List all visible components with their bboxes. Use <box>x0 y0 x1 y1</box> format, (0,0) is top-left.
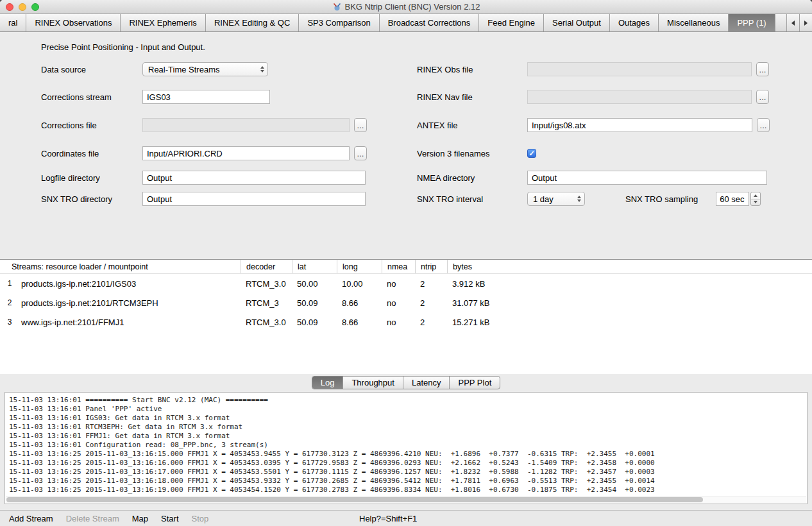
chevron-left-icon <box>791 21 795 26</box>
column-header-decoder: decoder <box>241 260 292 273</box>
antex-file-input[interactable] <box>527 118 752 132</box>
snx-tro-directory-label: SNX TRO directory <box>41 194 142 204</box>
column-header-main: Streams: resource loader / mountpoint <box>0 260 241 273</box>
titlebar: BKG Ntrip Client (BNC) Version 2.12 <box>0 0 812 14</box>
tab-feed-engine[interactable]: Feed Engine <box>479 14 544 31</box>
column-header-nmea: nmea <box>382 260 415 273</box>
snx-tro-interval-value: 1 day <box>533 194 554 204</box>
rinex-obs-browse-button[interactable]: ... <box>756 62 769 76</box>
streams-table: Streams: resource loader / mountpointdec… <box>0 259 812 374</box>
cell-mount: products.igs-ip.net:2101/IGS03 <box>19 279 241 289</box>
cell-decoder: RTCM_3.0 <box>241 279 292 289</box>
rinex-nav-browse-button[interactable]: ... <box>756 90 769 104</box>
coordinates-file-label: Coordinates file <box>41 149 142 158</box>
stop-button: Stop <box>192 514 209 523</box>
minimize-button[interactable] <box>19 3 26 11</box>
snx-tro-sampling-stepper[interactable]: 60 sec <box>716 192 761 206</box>
tab-outages[interactable]: Outages <box>610 14 659 31</box>
coordinates-file-input[interactable] <box>142 146 350 160</box>
cell-bytes: 15.271 kB <box>447 318 812 327</box>
antex-browse-button[interactable]: ... <box>757 118 770 132</box>
log-tab-log[interactable]: Log <box>312 377 343 389</box>
cell-num: 1 <box>0 279 19 288</box>
corrections-file-browse-button[interactable]: ... <box>354 118 367 132</box>
log-section: LogThroughputLatencyPPP Plot 15-11-03 13… <box>0 374 812 510</box>
snx-tro-interval-select[interactable]: 1 day <box>527 192 585 206</box>
cell-lat: 50.09 <box>292 318 337 327</box>
snx-tro-directory-input[interactable] <box>142 192 366 206</box>
tab-sp3-comparison[interactable]: SP3 Comparison <box>299 14 379 31</box>
cell-decoder: RTCM_3.0 <box>241 318 292 327</box>
corrections-file-label: Corrections file <box>41 121 142 130</box>
stepper-up-icon <box>754 194 757 197</box>
bottom-toolbar: Add StreamDelete StreamMapStartStop Help… <box>0 510 812 526</box>
column-header-lat: lat <box>292 260 337 273</box>
add-stream-button[interactable]: Add Stream <box>9 514 53 523</box>
tab-rinex-ephemeris[interactable]: RINEX Ephemeris <box>121 14 205 31</box>
logfile-directory-label: Logfile directory <box>41 173 142 183</box>
stepper-down-icon <box>754 201 757 203</box>
table-row[interactable]: 1products.igs-ip.net:2101/IGS03RTCM_3.05… <box>0 274 812 293</box>
table-row[interactable]: 3www.igs-ip.net:2101/FFMJ1RTCM_3.050.098… <box>0 312 812 332</box>
stepper-down-button[interactable] <box>751 199 760 206</box>
cell-nmea: no <box>382 298 415 308</box>
data-source-select[interactable]: Real-Time Streams <box>142 62 268 76</box>
help-shortcut-label: Help?=Shift+F1 <box>359 514 417 523</box>
cell-long: 10.00 <box>337 279 382 289</box>
bnc-window: BKG Ntrip Client (BNC) Version 2.12 ralR… <box>0 0 812 526</box>
app-icon <box>332 2 342 12</box>
rinex-obs-file-input <box>527 62 752 76</box>
column-header-long: long <box>337 260 382 273</box>
cell-ntrip: 2 <box>415 318 447 327</box>
version3-checkbox[interactable]: ✓ <box>527 149 536 158</box>
map-button[interactable]: Map <box>132 514 148 523</box>
log-output[interactable]: 15-11-03 13:16:01 ========== Start BNC v… <box>4 392 808 504</box>
log-tab-ppp-plot[interactable]: PPP Plot <box>449 377 500 389</box>
cell-long: 8.66 <box>337 318 382 327</box>
log-tab-latency[interactable]: Latency <box>403 377 450 389</box>
snx-tro-interval-label: SNX TRO interval <box>417 194 527 204</box>
nmea-directory-input[interactable] <box>527 171 767 185</box>
tab-broadcast-corrections[interactable]: Broadcast Corrections <box>380 14 480 31</box>
scrollbar-thumb[interactable] <box>6 497 703 502</box>
scroll-tabs-left-button[interactable] <box>786 14 799 31</box>
ppp-panel: Precise Point Positioning - Input and Ou… <box>0 32 812 259</box>
cell-nmea: no <box>382 279 415 289</box>
tab-rinex-observations[interactable]: RINEX Observations <box>26 14 121 31</box>
log-tab-group: LogThroughputLatencyPPP Plot <box>312 376 501 389</box>
cell-mount: products.igs-ip.net:2101/RTCM3EPH <box>19 298 241 308</box>
streams-table-header: Streams: resource loader / mountpointdec… <box>0 260 812 274</box>
stepper-up-button[interactable] <box>751 192 760 199</box>
cell-num: 3 <box>0 318 19 327</box>
cell-lat: 50.09 <box>292 298 337 308</box>
coordinates-file-browse-button[interactable]: ... <box>354 146 367 160</box>
cell-bytes: 31.077 kB <box>447 298 812 308</box>
tab-miscellaneous[interactable]: Miscellaneous <box>659 14 729 31</box>
table-row[interactable]: 2products.igs-ip.net:2101/RTCM3EPHRTCM_3… <box>0 293 812 312</box>
main-tabbar: ralRINEX ObservationsRINEX EphemerisRINE… <box>0 14 812 32</box>
close-button[interactable] <box>6 3 13 11</box>
rinex-obs-file-label: RINEX Obs file <box>417 65 527 74</box>
tab-ral[interactable]: ral <box>0 14 26 31</box>
cell-ntrip: 2 <box>415 279 447 289</box>
cell-decoder: RTCM_3 <box>241 298 292 308</box>
tab-rinex-editing-qc[interactable]: RINEX Editing & QC <box>206 14 300 31</box>
snx-tro-sampling-value: 60 sec <box>716 192 749 206</box>
select-arrows-icon <box>577 192 581 205</box>
scroll-tabs-right-button[interactable] <box>799 14 812 31</box>
cell-ntrip: 2 <box>415 298 447 308</box>
cell-num: 2 <box>0 298 19 307</box>
zoom-button[interactable] <box>31 3 39 11</box>
tab-ppp-1[interactable]: PPP (1) <box>729 14 775 31</box>
tab-serial-output[interactable]: Serial Output <box>544 14 610 31</box>
log-horizontal-scrollbar[interactable] <box>6 496 806 503</box>
corrections-stream-input[interactable] <box>142 90 270 104</box>
delete-stream-button: Delete Stream <box>66 514 119 523</box>
cell-long: 8.66 <box>337 298 382 308</box>
log-tab-throughput[interactable]: Throughput <box>343 377 403 389</box>
rinex-nav-file-label: RINEX Nav file <box>417 92 527 102</box>
cell-nmea: no <box>382 318 415 327</box>
panel-heading: Precise Point Positioning - Input and Ou… <box>41 42 205 52</box>
logfile-directory-input[interactable] <box>142 171 366 185</box>
start-button[interactable]: Start <box>161 514 178 523</box>
